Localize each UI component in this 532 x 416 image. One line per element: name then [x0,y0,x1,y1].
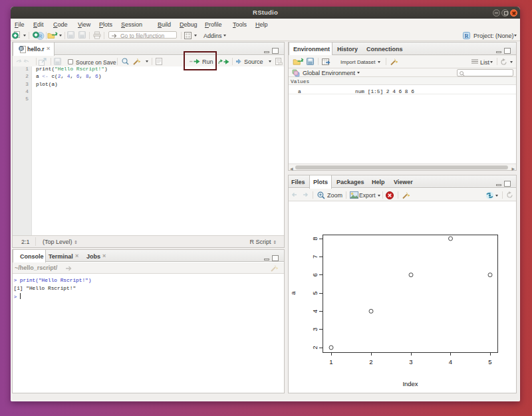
svg-text:4: 4 [449,358,452,365]
svg-text:2: 2 [311,346,319,349]
svg-text:8: 8 [311,237,319,240]
svg-text:a: a [289,291,297,295]
svg-text:5: 5 [488,358,491,365]
svg-text:R: R [464,33,469,39]
svg-text:3: 3 [311,328,319,331]
svg-text:5: 5 [311,291,319,294]
svg-text:7: 7 [311,255,319,259]
svg-text:R: R [20,46,23,51]
svg-text:3: 3 [409,358,412,365]
svg-text:6: 6 [311,273,319,276]
svg-text:4: 4 [311,310,319,313]
svg-text:1: 1 [329,358,332,365]
svg-text:2: 2 [369,358,372,365]
svg-text:Index: Index [402,380,418,387]
